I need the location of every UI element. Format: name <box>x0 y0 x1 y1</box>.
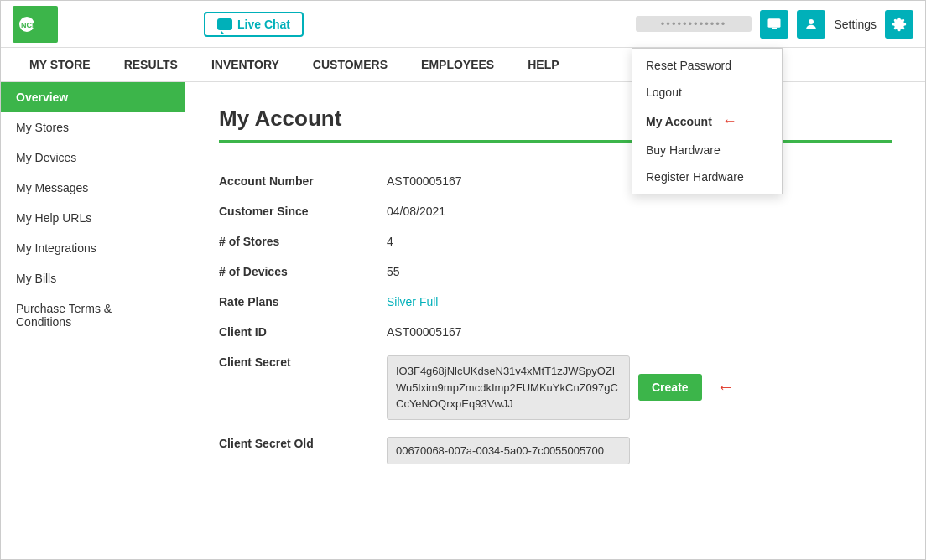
account-number-label: Account Number <box>219 166 387 196</box>
settings-icon-button[interactable] <box>885 10 913 39</box>
num-stores-label: # of Stores <box>219 226 387 257</box>
nav-results[interactable]: RESULTS <box>107 48 195 81</box>
app-container: NCR Live Chat •••••••••••• <box>0 0 926 560</box>
client-id-label: Client ID <box>219 317 387 347</box>
user-icon <box>804 17 819 32</box>
table-row: Client Secret IO3F4g68jNlcUKdseN31v4xMtT… <box>219 347 892 428</box>
svg-rect-4 <box>771 29 778 29</box>
page-title: My Account <box>219 106 892 132</box>
table-row: Customer Since 04/08/2021 <box>219 196 892 226</box>
sidebar-item-my-messages[interactable]: My Messages <box>1 173 185 203</box>
client-secret-label: Client Secret <box>219 347 387 428</box>
rate-plans-label: Rate Plans <box>219 287 387 317</box>
table-row: Client ID AST00005167 <box>219 317 892 347</box>
dropdown-my-account-label: My Account <box>646 115 712 128</box>
table-row: Rate Plans Silver Full <box>219 287 892 317</box>
svg-rect-2 <box>768 18 781 28</box>
device-icon <box>767 17 782 32</box>
sidebar: Overview My Stores My Devices My Message… <box>1 82 185 552</box>
live-chat-label: Live Chat <box>237 18 290 31</box>
user-icon-button[interactable] <box>797 10 825 39</box>
dropdown-my-account[interactable]: My Account ← <box>632 106 782 137</box>
sidebar-item-my-devices[interactable]: My Devices <box>1 143 185 173</box>
dropdown-reset-password[interactable]: Reset Password <box>632 52 782 79</box>
svg-point-5 <box>809 19 814 24</box>
account-info-table: Account Number AST00005167 Customer Sinc… <box>219 166 892 473</box>
table-row: Client Secret Old 00670068-007a-0034-5a0… <box>219 428 892 473</box>
nav-inventory[interactable]: INVENTORY <box>195 48 296 81</box>
gear-icon <box>892 17 907 32</box>
client-id-value: AST00005167 <box>387 317 892 347</box>
client-secret-cell: IO3F4g68jNlcUKdseN31v4xMtT1zJWSpyOZlWu5l… <box>387 347 892 428</box>
user-area: •••••••••••• Settings <box>636 10 913 39</box>
rate-plans-link[interactable]: Silver Full <box>387 295 438 309</box>
nav-my-store[interactable]: MY STORE <box>13 48 107 81</box>
body-layout: Overview My Stores My Devices My Message… <box>1 82 925 552</box>
dropdown-arrow: ← <box>722 112 737 130</box>
table-row: # of Stores 4 <box>219 226 892 257</box>
nav-customers[interactable]: CUSTOMERS <box>296 48 404 81</box>
main-content: My Account Account Number AST00005167 Cu… <box>185 82 925 552</box>
num-devices-value: 55 <box>387 257 892 287</box>
header: NCR Live Chat •••••••••••• <box>1 1 925 48</box>
dropdown-buy-hardware[interactable]: Buy Hardware <box>632 137 782 163</box>
client-secret-area: IO3F4g68jNlcUKdseN31v4xMtT1zJWSpyOZlWu5l… <box>387 355 892 420</box>
ncr-logo: NCR <box>13 6 58 43</box>
settings-link[interactable]: Settings <box>834 18 877 31</box>
rate-plans-value: Silver Full <box>387 287 892 317</box>
device-icon-button[interactable] <box>760 10 788 39</box>
green-divider <box>219 140 892 143</box>
nav-employees[interactable]: EMPLOYEES <box>404 48 511 81</box>
customer-since-label: Customer Since <box>219 196 387 226</box>
table-row: Account Number AST00005167 <box>219 166 892 196</box>
sidebar-item-my-bills[interactable]: My Bills <box>1 263 185 293</box>
client-secret-old-cell: 00670068-007a-0034-5a00-7c0055005700 <box>387 428 892 473</box>
client-secret-box: IO3F4g68jNlcUKdseN31v4xMtT1zJWSpyOZlWu5l… <box>387 355 630 420</box>
live-chat-button[interactable]: Live Chat <box>204 12 304 37</box>
account-dropdown: Reset Password Logout My Account ← Buy H… <box>632 48 783 194</box>
sidebar-item-my-help-urls[interactable]: My Help URLs <box>1 203 185 233</box>
num-devices-label: # of Devices <box>219 257 387 287</box>
svg-text:NCR: NCR <box>21 21 38 29</box>
sidebar-item-my-stores[interactable]: My Stores <box>1 112 185 143</box>
dropdown-logout[interactable]: Logout <box>632 79 782 106</box>
create-button[interactable]: Create <box>638 374 702 401</box>
nav-help[interactable]: HELP <box>511 48 575 81</box>
client-secret-old-box: 00670068-007a-0034-5a00-7c0055005700 <box>387 437 630 464</box>
customer-since-value: 04/08/2021 <box>387 196 892 226</box>
dropdown-register-hardware[interactable]: Register Hardware <box>632 163 782 190</box>
sidebar-item-purchase-terms[interactable]: Purchase Terms & Conditions <box>1 293 185 337</box>
client-secret-old-label: Client Secret Old <box>219 428 387 473</box>
create-arrow: ← <box>717 376 736 398</box>
table-row: # of Devices 55 <box>219 257 892 287</box>
main-nav: MY STORE RESULTS INVENTORY CUSTOMERS EMP… <box>1 48 925 82</box>
username-display: •••••••••••• <box>636 16 752 32</box>
chat-icon <box>217 18 232 30</box>
sidebar-item-overview[interactable]: Overview <box>1 82 185 112</box>
svg-rect-3 <box>772 27 777 29</box>
sidebar-item-my-integrations[interactable]: My Integrations <box>1 233 185 263</box>
num-stores-value: 4 <box>387 226 892 257</box>
